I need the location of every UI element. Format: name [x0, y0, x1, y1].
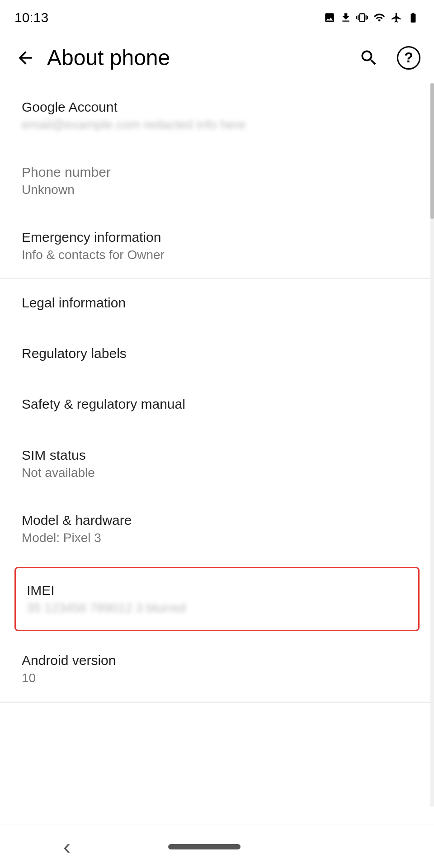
airplane-icon — [391, 12, 402, 24]
battery-icon — [407, 12, 420, 24]
app-bar-actions: ? — [354, 43, 423, 72]
section-account: Google Account email@example.com redacte… — [0, 83, 434, 279]
safety-manual-title: Safety & regulatory manual — [22, 396, 412, 412]
imei-title: IMEI — [27, 583, 396, 598]
imei-highlight-wrapper: IMEI 35 123456 789012 3 blurred — [0, 561, 434, 637]
emergency-info-title: Emergency information — [22, 230, 412, 245]
phone-number-title: Phone number — [22, 165, 412, 180]
wifi-icon — [373, 12, 386, 24]
sim-status-subtitle: Not available — [22, 466, 412, 480]
scrollbar-thumb — [430, 83, 434, 219]
nav-back-button[interactable]: ‹ — [34, 834, 99, 859]
vibrate-icon — [356, 12, 368, 24]
list-item-legal-information[interactable]: Legal information — [0, 279, 434, 330]
status-icons — [324, 12, 420, 24]
page-title: About phone — [40, 45, 354, 70]
list-item-google-account[interactable]: Google Account email@example.com redacte… — [0, 83, 434, 148]
sim-status-title: SIM status — [22, 448, 412, 463]
back-button[interactable] — [11, 43, 40, 72]
nav-home-pill[interactable] — [168, 844, 241, 849]
regulatory-labels-title: Regulatory labels — [22, 346, 412, 361]
content-area: Google Account email@example.com redacte… — [0, 83, 434, 703]
google-account-title: Google Account — [22, 99, 412, 115]
list-item-regulatory-labels[interactable]: Regulatory labels — [0, 330, 434, 380]
legal-information-title: Legal information — [22, 295, 412, 311]
status-time: 10:13 — [14, 10, 48, 25]
list-item-imei[interactable]: IMEI 35 123456 789012 3 blurred — [14, 567, 420, 631]
help-button[interactable]: ? — [394, 43, 423, 72]
model-hardware-subtitle: Model: Pixel 3 — [22, 531, 412, 545]
android-version-subtitle: 10 — [22, 671, 412, 685]
back-arrow-icon — [15, 48, 35, 68]
section-device: SIM status Not available Model & hardwar… — [0, 431, 434, 703]
list-item-android-version[interactable]: Android version 10 — [0, 637, 434, 702]
image-icon — [324, 12, 335, 24]
search-button[interactable] — [354, 43, 383, 72]
list-item-phone-number[interactable]: Phone number Unknown — [0, 148, 434, 213]
imei-subtitle: 35 123456 789012 3 blurred — [27, 601, 396, 615]
list-item-sim-status[interactable]: SIM status Not available — [0, 431, 434, 496]
app-bar: About phone ? — [0, 33, 434, 83]
model-hardware-title: Model & hardware — [22, 513, 412, 528]
list-item-model-hardware[interactable]: Model & hardware Model: Pixel 3 — [0, 496, 434, 561]
section-legal: Legal information Regulatory labels Safe… — [0, 279, 434, 431]
scrollbar[interactable] — [430, 83, 434, 807]
list-item-safety-manual[interactable]: Safety & regulatory manual — [0, 380, 434, 431]
phone-number-subtitle: Unknown — [22, 183, 412, 197]
help-icon: ? — [397, 46, 420, 70]
list-item-emergency-info[interactable]: Emergency information Info & contacts fo… — [0, 213, 434, 278]
download-icon — [340, 12, 352, 24]
bottom-divider — [0, 702, 434, 702]
google-account-subtitle: email@example.com redacted info here — [22, 118, 412, 132]
nav-bar: ‹ — [0, 825, 434, 868]
search-icon — [359, 48, 379, 68]
status-bar: 10:13 — [0, 0, 434, 33]
emergency-info-subtitle: Info & contacts for Owner — [22, 248, 412, 262]
android-version-title: Android version — [22, 653, 412, 668]
